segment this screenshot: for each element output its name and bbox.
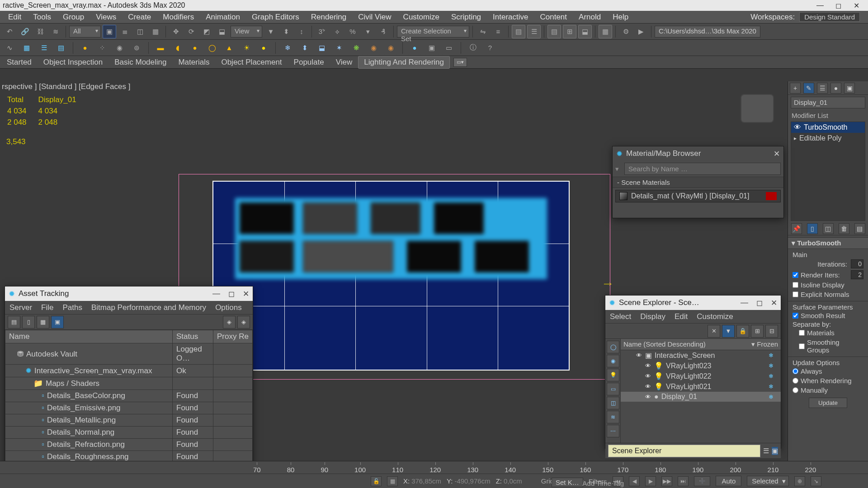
sm-table-icon[interactable]: ▤	[54, 41, 68, 55]
scene-tree[interactable]: Name (Sorted Descending) ▾ Frozen 👁▣Inte…	[621, 339, 781, 443]
menu-create[interactable]: Create	[128, 13, 151, 22]
sm-curve-icon[interactable]: ∿	[3, 41, 16, 55]
menu-file[interactable]: File	[41, 303, 53, 312]
ref-coord-dropdown[interactable]: View	[231, 26, 262, 38]
remove-modifier-icon[interactable]: 🗑	[839, 223, 849, 234]
material-editor-icon[interactable]: ▦	[599, 25, 612, 38]
sep-sg-check[interactable]	[799, 343, 805, 349]
render-preview-icon[interactable]: ●	[408, 41, 421, 55]
tab-materials[interactable]: Materials	[172, 56, 215, 69]
prim-sphere-icon[interactable]: ◖	[171, 41, 184, 55]
menu-options[interactable]: Options	[215, 303, 242, 312]
minimize-icon[interactable]: —	[212, 289, 220, 299]
minimize-icon[interactable]: —	[811, 1, 829, 9]
close-icon[interactable]: ✕	[771, 298, 777, 308]
placement-icon[interactable]: ⬓	[215, 25, 229, 38]
menu-rendering[interactable]: Rendering	[311, 13, 346, 22]
menu-select[interactable]: Select	[610, 312, 631, 321]
prim-cone-icon[interactable]: ▲	[222, 41, 236, 55]
help-icon[interactable]: ?	[483, 41, 497, 55]
render-frame-icon[interactable]: ▶	[634, 25, 648, 38]
sep-sg-row[interactable]: Smoothing Groups	[799, 338, 863, 355]
selection-lock-icon[interactable]: 🔓	[371, 476, 382, 486]
prim-cylinder-icon[interactable]: ●	[188, 41, 202, 55]
render-iters-input[interactable]	[851, 270, 863, 279]
menu-arnold[interactable]: Arnold	[579, 13, 601, 22]
tag2-icon[interactable]: ◈	[237, 316, 250, 328]
refresh-icon[interactable]: ▤	[8, 316, 20, 328]
update-button[interactable]: Update	[809, 398, 847, 408]
next-frame-icon[interactable]: ▶▶	[661, 476, 672, 486]
menu-customize[interactable]: Customize	[403, 13, 439, 22]
create-tab-icon[interactable]: +	[790, 83, 801, 94]
unlink-icon[interactable]: ≋	[49, 25, 62, 38]
render-setup-icon[interactable]: ⚙	[619, 25, 632, 38]
modifier-turbosmooth[interactable]: 👁TurboSmooth	[791, 122, 865, 133]
filter-helper-icon[interactable]: ◫	[607, 397, 619, 409]
frozen-icon[interactable]: ❄	[769, 373, 778, 380]
material-browser-title[interactable]: ✹ Material/Map Browser ✕	[613, 146, 783, 161]
time-config-icon[interactable]: ➕	[694, 476, 710, 486]
tab-view[interactable]: View	[330, 56, 359, 69]
col-proxy[interactable]: Proxy Re	[213, 330, 253, 343]
add-time-tag[interactable]: Add Time Tag	[583, 479, 624, 487]
named-selection-dropdown[interactable]: Create Selection Set	[397, 26, 469, 38]
asset-grid[interactable]: Name Status Proxy Re ⛃Autodesk VaultLogg…	[5, 330, 253, 463]
absolute-mode-icon[interactable]: ▦	[387, 476, 398, 486]
object-name-field[interactable]: Display_01	[791, 97, 865, 108]
menu-tools[interactable]: Tools	[33, 13, 51, 22]
deflector-icon[interactable]: ⬓	[315, 41, 329, 55]
menu-scripting[interactable]: Scripting	[451, 13, 481, 22]
rectangle-select-icon[interactable]: ◫	[133, 25, 147, 38]
minimize-icon[interactable]: —	[741, 298, 748, 308]
modify-tab-icon[interactable]: ✎	[803, 83, 814, 94]
col-status[interactable]: Status	[173, 330, 213, 343]
collapse-icon[interactable]: ⊟	[765, 325, 778, 338]
timeline[interactable]: 70 80 90 100 110 120 130 140 150 160 170…	[0, 461, 868, 474]
scene-row[interactable]: 👁💡VRayLight022❄	[621, 371, 781, 381]
curve-editor-icon[interactable]: ▤	[547, 25, 561, 38]
menu-edit[interactable]: Edit	[8, 13, 21, 22]
maximize-icon[interactable]: ◻	[829, 1, 847, 10]
tree-icon[interactable]: ▦	[37, 316, 49, 328]
particle-snow-icon[interactable]: ❄	[281, 41, 294, 55]
filter-geometry-icon[interactable]: ◉	[607, 355, 619, 367]
key-tangent-icon[interactable]: ↘	[811, 476, 821, 486]
motion-tab-icon[interactable]: ●	[830, 83, 841, 94]
show-end-result-icon[interactable]: ▯	[807, 223, 818, 234]
render-crop-icon[interactable]: ▭	[442, 41, 456, 55]
lock-icon[interactable]: 🔒	[736, 325, 749, 338]
prim-torus-icon[interactable]: ◯	[205, 41, 219, 55]
explicit-check[interactable]	[793, 291, 798, 297]
asset-row[interactable]: 📁Maps / Shaders	[5, 377, 253, 390]
asset-row[interactable]: ⛃Autodesk VaultLogged O…	[5, 343, 253, 365]
key-mode-icon[interactable]: ⊕	[794, 476, 805, 486]
filter-more-icon[interactable]: ⋯	[607, 425, 619, 437]
menu-help[interactable]: Help	[613, 13, 628, 22]
plant-icon[interactable]: ❋	[349, 41, 363, 55]
update-always-row[interactable]: Always	[793, 366, 863, 376]
asset-row[interactable]: ▫Details_BaseColor.pngFound	[5, 390, 253, 402]
display-tab-icon[interactable]: ▣	[844, 83, 855, 94]
menu-interactive[interactable]: Interactive	[493, 13, 528, 22]
workspaces-dropdown[interactable]: Design Standard	[799, 12, 860, 22]
auto-key-button[interactable]: Auto	[716, 476, 741, 486]
tab-lighting-rendering[interactable]: Lighting And Rendering	[358, 56, 450, 69]
close-icon[interactable]: ✕	[243, 289, 249, 299]
menu-modifiers[interactable]: Modifiers	[163, 13, 194, 22]
link-icon[interactable]: ⛓	[33, 25, 47, 38]
goto-end-icon[interactable]: ⏭	[678, 476, 689, 486]
frozen-icon[interactable]: ❄	[769, 383, 778, 390]
tree-col-frozen[interactable]: ▾ Frozen	[751, 340, 778, 348]
isoline-check[interactable]	[793, 282, 798, 288]
percent-snap-icon[interactable]: %	[346, 25, 359, 38]
menu-content[interactable]: Content	[540, 13, 567, 22]
scene-row[interactable]: 👁●Display_01❄	[621, 392, 781, 402]
make-unique-icon[interactable]: ◫	[823, 223, 834, 234]
list-icon[interactable]: ▯	[22, 316, 35, 328]
sm-layer-icon[interactable]: ☰	[37, 41, 51, 55]
tab-populate[interactable]: Populate	[288, 56, 330, 69]
render-iters-row[interactable]: Render Iters:	[793, 269, 863, 280]
viewcube-icon[interactable]	[741, 95, 773, 122]
sep-materials-check[interactable]	[799, 330, 805, 336]
